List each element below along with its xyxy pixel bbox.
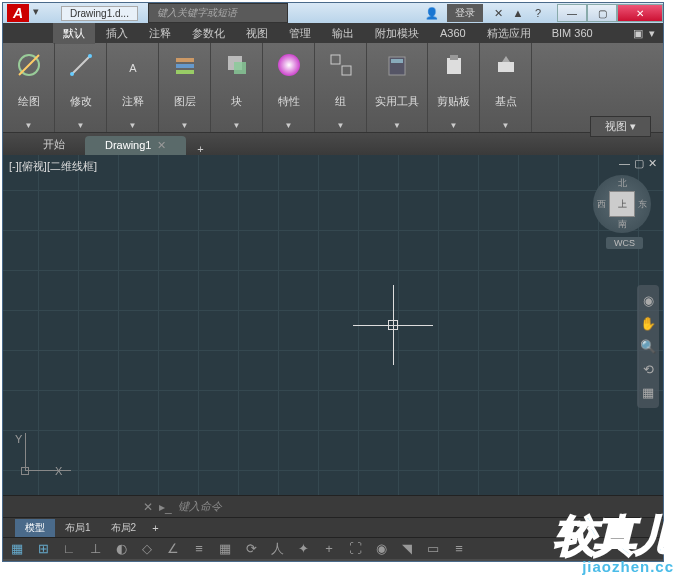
ribbon-panel-util[interactable]: 实用工具▼	[367, 43, 428, 132]
ribbon-tab-2[interactable]: 注释	[139, 23, 181, 44]
ribbon-tab-7[interactable]: 附加模块	[365, 23, 429, 44]
file-tab-0[interactable]: 开始	[23, 134, 85, 155]
search-input[interactable]: 键入关键字或短语	[148, 3, 288, 23]
ribbon-tab-4[interactable]: 视图	[236, 23, 278, 44]
ribbon-panel-group[interactable]: 组▼	[315, 43, 367, 132]
panel-expand-icon[interactable]: ▼	[450, 121, 458, 130]
ribbon-tab-3[interactable]: 参数化	[182, 23, 235, 44]
ribbon-tab-1[interactable]: 插入	[96, 23, 138, 44]
watermark: 较真儿 jiaozhen.cc	[554, 508, 674, 575]
login-button[interactable]: 登录	[447, 4, 483, 22]
ribbon-panel-clip[interactable]: 剪贴板▼	[428, 43, 480, 132]
ribbon-tab-8[interactable]: A360	[430, 24, 476, 42]
model-space-icon[interactable]: ▦	[9, 541, 25, 556]
pan-icon[interactable]: ✋	[640, 316, 656, 331]
orbit-icon[interactable]: ⟲	[643, 362, 654, 377]
ucs-y-label: Y	[15, 433, 22, 445]
viewport-controls: — ▢ ✕	[619, 157, 657, 170]
app-logo[interactable]: A	[7, 4, 29, 22]
layout-tab-2[interactable]: 布局2	[101, 519, 147, 537]
viewcube-top-face[interactable]: 上	[609, 191, 635, 217]
units-icon[interactable]: ⛶	[347, 541, 363, 556]
panel-expand-icon[interactable]: ▼	[129, 121, 137, 130]
watermark-main: 较真儿	[554, 508, 674, 564]
vp-minimize-icon[interactable]: —	[619, 157, 630, 170]
lineweight-icon[interactable]: ≡	[191, 541, 207, 556]
panel-expand-icon[interactable]: ▼	[233, 121, 241, 130]
ribbon-panel-block[interactable]: 块▼	[211, 43, 263, 132]
file-tab-1[interactable]: Drawing1✕	[85, 136, 186, 155]
exchange-icon[interactable]: ✕	[489, 5, 507, 21]
text-icon: A	[117, 49, 149, 81]
osnap-icon[interactable]: ◇	[139, 541, 155, 556]
ribbon-tab-10[interactable]: BIM 360	[542, 24, 603, 42]
polar-icon[interactable]: ◐	[113, 541, 129, 556]
cmd-handle-icon[interactable]: ✕	[143, 500, 153, 514]
view-cube[interactable]: 北 南 西 东 上	[593, 175, 651, 233]
annomonitor-icon[interactable]: +	[321, 541, 337, 556]
file-tab-strip: 开始Drawing1✕+	[3, 133, 663, 155]
annoscale-icon[interactable]: 人	[269, 540, 285, 558]
window-buttons: — ▢ ✕	[557, 4, 663, 22]
panel-expand-icon[interactable]: ▼	[77, 121, 85, 130]
layout-tab-0[interactable]: 模型	[15, 519, 55, 537]
ribbon-tab-9[interactable]: 精选应用	[477, 23, 541, 44]
ribbon-panel-props[interactable]: 特性▼	[263, 43, 315, 132]
ribbon-extra-icon[interactable]: ▣	[633, 27, 643, 40]
compass-north[interactable]: 北	[618, 177, 627, 190]
panel-expand-icon[interactable]: ▼	[25, 121, 33, 130]
layout-tab-1[interactable]: 布局1	[55, 519, 101, 537]
zoom-icon[interactable]: 🔍	[640, 339, 656, 354]
transparency-icon[interactable]: ▦	[217, 541, 233, 556]
titlebar-left: A ▾ Drawing1.d... 键入关键字或短语	[3, 3, 288, 23]
ribbon-panel-base[interactable]: 基点▼	[480, 43, 532, 132]
new-tab-button[interactable]: +	[190, 143, 210, 155]
workspace-icon[interactable]: ✦	[295, 541, 311, 556]
ucs-x-label: X	[55, 465, 62, 477]
drawing-canvas[interactable]: [-][俯视][二维线框] — ▢ ✕ 北 南 西 东 上 WCS ◉ ✋ 🔍 …	[3, 155, 663, 495]
ribbon-panel-layers[interactable]: 图层▼	[159, 43, 211, 132]
ribbon-tab-5[interactable]: 管理	[279, 23, 321, 44]
otrack-icon[interactable]: ∠	[165, 541, 181, 556]
panel-expand-icon[interactable]: ▼	[337, 121, 345, 130]
maximize-button[interactable]: ▢	[587, 4, 617, 22]
tab-close-icon[interactable]: ✕	[157, 139, 166, 151]
compass-east[interactable]: 东	[638, 198, 647, 211]
signin-icon[interactable]: 👤	[423, 5, 441, 21]
a360-icon[interactable]: ▲	[509, 5, 527, 21]
cycling-icon[interactable]: ⟳	[243, 541, 259, 556]
ribbon-panel-modify[interactable]: 修改▼	[55, 43, 107, 132]
ortho-icon[interactable]: ⊥	[87, 541, 103, 556]
qat-dropdown-icon[interactable]: ▾	[33, 5, 49, 21]
wcs-label[interactable]: WCS	[606, 237, 643, 249]
vp-maximize-icon[interactable]: ▢	[634, 157, 644, 170]
minimize-button[interactable]: —	[557, 4, 587, 22]
panel-expand-icon[interactable]: ▼	[181, 121, 189, 130]
isolate-icon[interactable]: ◉	[373, 541, 389, 556]
ribbon-extra-arrow-icon[interactable]: ▾	[649, 27, 655, 40]
compass-south[interactable]: 南	[618, 218, 627, 231]
showmotion-icon[interactable]: ▦	[642, 385, 654, 400]
panel-label: 基点	[495, 92, 517, 111]
ribbon-tab-6[interactable]: 输出	[322, 23, 364, 44]
hardware-icon[interactable]: ◥	[399, 541, 415, 556]
close-button[interactable]: ✕	[617, 4, 663, 22]
snap-icon[interactable]: ∟	[61, 541, 77, 556]
viewport-label[interactable]: [-][俯视][二维线框]	[9, 159, 97, 174]
vp-close-icon[interactable]: ✕	[648, 157, 657, 170]
ribbon-panel-text[interactable]: A注释▼	[107, 43, 159, 132]
panel-expand-icon[interactable]: ▼	[393, 121, 401, 130]
panel-expand-icon[interactable]: ▼	[502, 121, 510, 130]
view-dropdown[interactable]: 视图 ▾	[590, 116, 651, 137]
help-icon[interactable]: ?	[529, 5, 547, 21]
panel-expand-icon[interactable]: ▼	[285, 121, 293, 130]
cmd-input[interactable]: 键入命令	[178, 499, 222, 514]
compass-west[interactable]: 西	[597, 198, 606, 211]
customize-icon[interactable]: ≡	[451, 541, 467, 556]
grid-icon[interactable]: ⊞	[35, 541, 51, 556]
add-layout-button[interactable]: +	[146, 522, 164, 534]
ribbon-tab-0[interactable]: 默认	[53, 23, 95, 44]
nav-wheel-icon[interactable]: ◉	[643, 293, 654, 308]
ribbon-panel-draw[interactable]: 绘图▼	[3, 43, 55, 132]
cleanscreen-icon[interactable]: ▭	[425, 541, 441, 556]
